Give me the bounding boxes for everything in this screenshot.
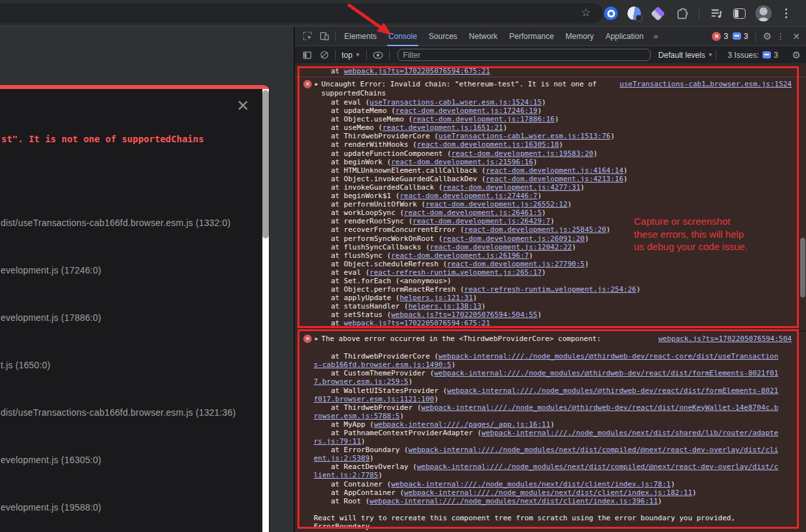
stack-source-link[interactable]: webpack-internal:///./node_modules/@thir… [314, 352, 778, 369]
stack-source-link[interactable]: react-refresh-runtim…velopment.js:265:17 [370, 268, 542, 277]
tab-performance[interactable]: Performance [503, 27, 560, 46]
profile-avatar[interactable] [755, 5, 772, 21]
blue-donut-extension-icon[interactable] [604, 6, 618, 20]
stack-source-link[interactable]: webpack-internal:///./node_modules/@thir… [314, 403, 778, 420]
stack-line: at ThirdwebProviderCore (webpack-interna… [314, 352, 780, 369]
more-tabs-icon[interactable]: » [649, 31, 662, 41]
error-icon[interactable]: ✕ [303, 335, 312, 343]
browser-menu-icon[interactable] [781, 6, 790, 21]
error-icon[interactable]: ✕ [303, 80, 312, 88]
stack-source-link[interactable]: react-dom.development.js:26091:20 [443, 234, 585, 243]
devtools-settings-icon[interactable]: ⚙ [763, 31, 772, 42]
stack-source-link[interactable]: webpack.js?ts=1702205076594:504:55 [391, 310, 537, 319]
inspect-element-icon[interactable] [299, 29, 316, 44]
stack-source-link[interactable]: webpack.js?ts=1702205076594:675:21 [344, 67, 490, 75]
live-expression-eye-icon[interactable] [370, 48, 386, 62]
expand-triangle-icon[interactable]: ▶ [315, 335, 318, 343]
device-toolbar-icon[interactable] [316, 29, 333, 44]
chevron-down-icon: ▼ [708, 52, 713, 58]
stack-source-link[interactable]: webpack.js?ts=1702205076594:675:21 [344, 319, 490, 327]
overlay-error-text: st". It is not one of supportedChains [1, 134, 204, 144]
console-sidebar-icon[interactable] [299, 48, 316, 62]
stack-line: at ReactDevOverlay (webpack-internal:///… [314, 462, 780, 479]
bookmark-star-icon[interactable]: ☆ [578, 5, 594, 21]
stack-source-link[interactable]: react-dom.development.js:26461:5 [404, 209, 542, 217]
stack-source-link[interactable]: react-dom.development.js:26429:7 [412, 217, 550, 225]
stack-source-link[interactable]: react.development.js:1651:21 [383, 123, 503, 132]
stack-source-link[interactable]: webpack-internal:///./pages/_app.js:16:1… [374, 420, 551, 429]
issues-count-badge[interactable]: 3 [733, 32, 748, 41]
stack-source-link[interactable]: react-refresh-runtim…velopment.js:254:26 [464, 285, 636, 294]
error-source-link[interactable]: useTransactions-cab1…browser.esm.js:1524 [620, 80, 792, 89]
console-filter-input[interactable] [397, 49, 651, 61]
tab-application[interactable]: Application [599, 27, 649, 46]
stack-line: at ThirdwebProvider (webpack-internal://… [314, 403, 780, 420]
stack-source-link[interactable]: useTransactions-cab1…wser.esm.js:1513:76 [438, 132, 611, 140]
overlay-scrollbar[interactable] [262, 89, 269, 532]
stack-source-link[interactable]: webpack-internal:///./node_modules/next/… [314, 429, 778, 446]
stack-source-link[interactable]: webpack-internal:///./node_modules/next/… [314, 446, 778, 462]
console-error-message-2: ✕ ▶ The above error occurred in the <Thi… [295, 332, 806, 532]
stack-source-link[interactable]: react-dom.development.js:16305:18 [417, 140, 559, 149]
extension-row [604, 0, 790, 27]
address-bar[interactable] [0, 3, 603, 23]
error-source-link[interactable]: webpack.js?ts=1702205076594:504 [659, 335, 792, 344]
gem-extension-icon[interactable] [651, 6, 665, 21]
console-settings-icon[interactable]: ⚙ [792, 49, 801, 61]
devtools-close-icon[interactable]: ✕ [789, 31, 803, 42]
stack-source-link[interactable]: react-dom.development.js:17246:19 [396, 107, 538, 115]
stack-trace: at eval (useTransactions-cab1…wser.esm.j… [314, 98, 780, 328]
stack-source-link[interactable]: react-dom.development.js:27446:7 [399, 192, 537, 200]
log-levels-dropdown[interactable]: Default levels▼ [659, 51, 713, 60]
stack-source-link[interactable]: react-dom.development.js:25845:20 [464, 225, 607, 234]
console-message-tail: at webpack.js?ts=1702205076594:675:21 [295, 65, 806, 77]
media-controls-icon[interactable] [709, 6, 724, 21]
stack-source-link[interactable]: react-dom.development.js:19583:20 [451, 149, 594, 158]
devtools-menu-icon[interactable]: ⋮ [776, 31, 785, 41]
extensions-puzzle-icon[interactable] [675, 6, 689, 21]
error-circle-icon: ✕ [712, 32, 721, 41]
stack-source-link[interactable]: webpack-internal:///./node_modules/@thir… [314, 369, 778, 386]
tabbar-separator [755, 31, 756, 42]
stack-source-link[interactable]: react-dom.development.js:4213:16 [486, 175, 623, 183]
stack-line: at useMemo (react.development.js:1651:21… [314, 123, 780, 132]
stack-source-link[interactable]: webpack-internal:///./node_modules/next/… [314, 462, 778, 479]
annotation-arrow [343, 1, 399, 39]
stack-source-link[interactable]: react-dom.development.js:21596:16 [391, 158, 533, 166]
tab-memory[interactable]: Memory [560, 27, 599, 46]
overlay-scrollbar-thumb[interactable] [262, 90, 269, 238]
stack-line: at performUnitOfWork (react-dom.developm… [314, 200, 780, 209]
stack-source-link[interactable]: react-dom.development.js:4164:14 [486, 166, 623, 175]
tab-sources[interactable]: Sources [423, 27, 463, 46]
stack-source-link[interactable]: react-dom.development.js:26552:12 [425, 200, 568, 209]
overlay-close-icon[interactable]: ✕ [234, 97, 252, 115]
stack-source-link[interactable]: helpers.js:138:13 [409, 302, 482, 310]
stack-source-link[interactable]: react-dom.development.js:27790:5 [447, 260, 585, 268]
context-selector[interactable]: top▼ [338, 51, 364, 60]
overlay-frame-file: evelopment.js (19588:0) [1, 502, 101, 513]
stack-source-link[interactable]: react-dom.development.js:17886:16 [412, 115, 555, 123]
pie-extension-icon[interactable] [627, 6, 641, 20]
stack-line: at invokeGuardedCallback (react-dom.deve… [314, 183, 780, 192]
stack-source-link[interactable]: react-dom.development.js:26196:7 [391, 251, 529, 260]
stack-source-link[interactable]: webpack-internal:///./node_modules/@thir… [314, 386, 778, 403]
stack-line: at Object.scheduleRefresh (react-dom.dev… [314, 260, 780, 268]
stack-line: at beginWork (react-dom.development.js:2… [314, 158, 780, 166]
tab-network[interactable]: Network [463, 27, 503, 46]
stack-source-link[interactable]: webpack-internal:///./node_modules/next/… [391, 480, 670, 488]
stack-source-link[interactable]: webpack-internal:///./node_modules/next/… [404, 488, 692, 497]
error-count-badge[interactable]: ✕ 3 [712, 32, 728, 41]
stack-source-link[interactable]: useTransactions-cab1…wser.esm.js:1524:15 [370, 98, 542, 107]
stack-source-link[interactable]: react-dom.development.js:12042:22 [430, 243, 572, 251]
console-scrollbar-thumb[interactable] [800, 238, 805, 298]
overlay-frame-file: evelopment.js (17886:0) [1, 312, 101, 323]
issues-counter[interactable]: 3 Issues: 3 [728, 51, 779, 60]
overlay-frame-file: evelopment.js (16305:0) [1, 455, 101, 465]
stack-source-link[interactable]: webpack-internal:///./node_modules/next/… [370, 497, 658, 505]
stack-line: at WalletUIStatesProvider (webpack-inter… [314, 386, 780, 403]
clear-console-icon[interactable] [316, 48, 333, 62]
stack-source-link[interactable]: react-dom.development.js:4277:31 [443, 183, 581, 192]
expand-triangle-icon[interactable]: ▶ [315, 80, 318, 88]
stack-source-link[interactable]: helpers.js:121:31 [399, 294, 473, 302]
side-panel-icon[interactable] [733, 8, 746, 19]
